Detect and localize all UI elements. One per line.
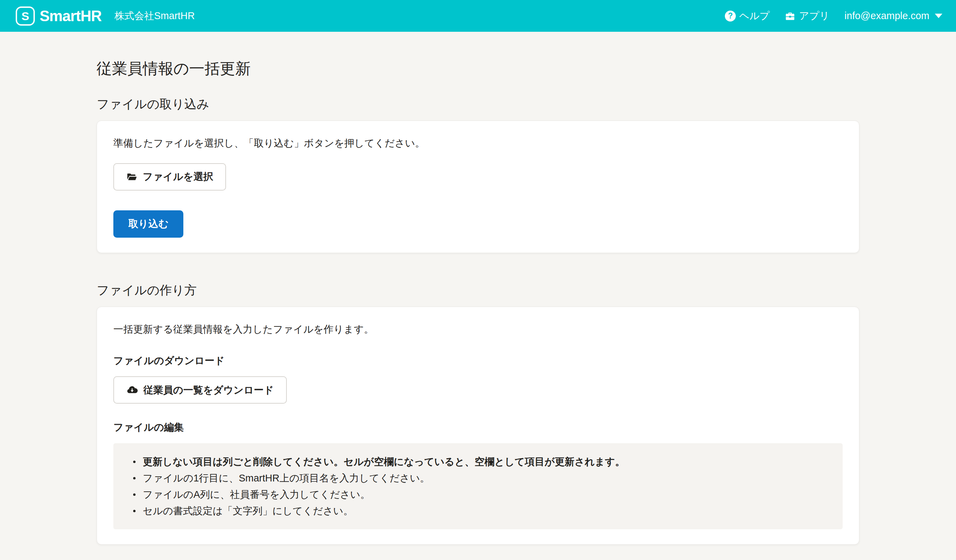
apps-label: アプリ xyxy=(799,9,829,23)
edit-notes-list: 更新しない項目は列ごと削除してください。セルが空欄になっていると、空欄として項目… xyxy=(128,453,828,519)
apps-link[interactable]: アプリ xyxy=(785,9,829,23)
import-section-heading: ファイルの取り込み xyxy=(97,96,859,113)
folder-open-icon xyxy=(126,171,137,182)
edit-subheading: ファイルの編集 xyxy=(113,420,843,435)
chevron-down-icon xyxy=(935,14,942,18)
download-button-label: 従業員の一覧をダウンロード xyxy=(143,385,274,395)
page-title: 従業員情報の一括更新 xyxy=(97,58,859,79)
edit-note-item: ファイルのA列に、社員番号を入力してください。 xyxy=(128,486,828,503)
help-label: ヘルプ xyxy=(739,9,770,23)
import-button-label: 取り込む xyxy=(128,219,168,229)
account-menu[interactable]: info@example.com xyxy=(844,10,942,22)
import-button[interactable]: 取り込む xyxy=(113,210,183,238)
cloud-download-icon xyxy=(126,384,138,396)
import-card: 準備したファイルを選択し、「取り込む」ボタンを押してください。 ファイルを選択 … xyxy=(97,121,859,253)
logo-wordmark: SmartHR xyxy=(39,8,101,25)
company-name: 株式会社SmartHR xyxy=(115,9,195,23)
download-button[interactable]: 従業員の一覧をダウンロード xyxy=(113,376,287,404)
smarthr-logo[interactable]: S SmartHR xyxy=(16,6,101,26)
file-select-label: ファイルを選択 xyxy=(143,172,213,182)
edit-note-text: セルの書式設定は「文字列」にしてください。 xyxy=(143,505,353,516)
create-description: 一括更新する従業員情報を入力したファイルを作ります。 xyxy=(113,322,843,337)
edit-note-text: 更新しない項目は列ごと削除してください。セルが空欄になっていると、空欄として項目… xyxy=(143,456,625,467)
account-email: info@example.com xyxy=(844,10,929,22)
edit-note-item: セルの書式設定は「文字列」にしてください。 xyxy=(128,503,828,519)
file-select-button[interactable]: ファイルを選択 xyxy=(113,163,226,190)
create-card: 一括更新する従業員情報を入力したファイルを作ります。 ファイルのダウンロード 従… xyxy=(97,307,859,545)
edit-notes-panel: 更新しない項目は列ごと削除してください。セルが空欄になっていると、空欄として項目… xyxy=(113,443,843,529)
help-link[interactable]: ヘルプ xyxy=(725,9,770,23)
smarthr-monogram-icon: S xyxy=(16,6,35,26)
briefcase-icon xyxy=(785,11,796,22)
edit-note-item: ファイルの1行目に、SmartHR上の項目名を入力してください。 xyxy=(128,470,828,486)
main-content: 従業員情報の一括更新 ファイルの取り込み 準備したファイルを選択し、「取り込む」… xyxy=(97,32,859,545)
import-instruction: 準備したファイルを選択し、「取り込む」ボタンを押してください。 xyxy=(113,136,843,151)
edit-note-text: ファイルの1行目に、SmartHR上の項目名を入力してください。 xyxy=(143,473,430,483)
download-subheading: ファイルのダウンロード xyxy=(113,354,843,368)
help-icon xyxy=(725,11,736,22)
edit-note-item: 更新しない項目は列ごと削除してください。セルが空欄になっていると、空欄として項目… xyxy=(128,453,828,470)
logo-monogram: S xyxy=(22,10,29,22)
create-section-heading: ファイルの作り方 xyxy=(97,282,859,299)
app-header: S SmartHR 株式会社SmartHR ヘルプ アプリ info@examp… xyxy=(0,0,956,32)
header-nav: ヘルプ アプリ info@example.com xyxy=(725,9,942,23)
edit-note-text: ファイルのA列に、社員番号を入力してください。 xyxy=(143,489,370,500)
